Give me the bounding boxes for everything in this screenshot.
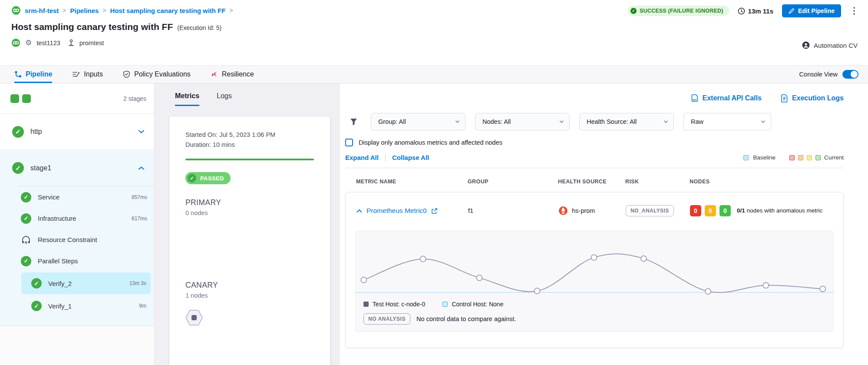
passed-badge: ✓ PASSED: [185, 172, 231, 184]
sidebar-stage-http[interactable]: ✓ http: [0, 114, 154, 150]
gear-icon: ⚙: [25, 39, 32, 46]
anomalous-only-checkbox[interactable]: [345, 139, 353, 146]
sidebar-stage-stage1[interactable]: ✓ stage1: [0, 150, 154, 186]
step-label: Infrastructure: [38, 215, 76, 222]
breadcrumb-separator: >: [229, 7, 233, 14]
nodes-filter-dropdown[interactable]: Nodes: All: [475, 113, 570, 130]
stage1-section: ✓ stage1 ✓ Service 857ms ✓ Infrastructur…: [0, 150, 154, 325]
current-legend-swatch-yellow: [807, 155, 812, 160]
tab-logs[interactable]: Logs: [217, 92, 232, 106]
anomalous-only-label: Display only anomalous metrics and affec…: [359, 139, 502, 146]
tab-inputs-label: Inputs: [84, 70, 103, 78]
external-api-calls-link[interactable]: API External API Calls: [691, 94, 762, 103]
breadcrumb-pipelines[interactable]: Pipelines: [70, 7, 99, 14]
success-check-icon: ✓: [12, 162, 24, 174]
stage-square-icon: [22, 94, 31, 103]
stage-label: stage1: [30, 164, 51, 172]
sidebar-step-verify-1[interactable]: ✓ Verify_1 9m: [21, 295, 151, 317]
execution-logs-link[interactable]: Execution Logs: [781, 94, 844, 103]
status-badge: ✓ SUCCESS (FAILURE IGNORED): [627, 6, 729, 16]
step-duration: 617ms: [132, 216, 147, 222]
chevron-down-icon[interactable]: [138, 129, 145, 134]
tab-policy-evaluations[interactable]: Policy Evaluations: [123, 66, 191, 83]
external-link-icon[interactable]: [431, 208, 438, 214]
main-tabbar: Pipeline Inputs Policy Evaluations Resil…: [0, 65, 868, 83]
execution-logs-label: Execution Logs: [792, 94, 844, 102]
risk-badge: NO_ANALYSIS: [626, 205, 674, 216]
tab-resilience-label: Resilience: [222, 70, 254, 78]
console-view-label: Console View: [799, 71, 838, 78]
group-filter-value: Group: All: [378, 118, 406, 125]
metrics-panel: API External API Calls Execution Logs Gr…: [340, 83, 868, 365]
breadcrumb-pipeline[interactable]: Host sampling canary testing with FF: [110, 7, 226, 14]
verification-summary-card: Started On: Jul 5, 2023 1:06 PM Duration…: [169, 116, 330, 365]
metric-name-link[interactable]: Prometheus Metric0: [366, 207, 427, 215]
node-count-badge-red: 0: [690, 205, 701, 216]
sidebar-step-resource-constraint[interactable]: Resource Constraint: [0, 229, 154, 250]
view-mode-dropdown[interactable]: Raw: [683, 113, 771, 130]
sidebar-step-service[interactable]: ✓ Service 857ms: [0, 186, 154, 208]
group-filter-dropdown[interactable]: Group: All: [371, 113, 465, 130]
nodes-summary-text: nodes with anomalous metric: [745, 207, 823, 214]
service-status-icon: [11, 38, 20, 47]
divider: [385, 154, 386, 161]
tab-metrics[interactable]: Metrics: [175, 92, 199, 106]
chevron-up-icon[interactable]: [138, 166, 145, 170]
current-legend-swatch-red: [789, 155, 795, 160]
check-circle-icon: ✓: [630, 8, 637, 14]
collapse-all-link[interactable]: Collapse All: [392, 154, 429, 161]
sidebar-step-infrastructure[interactable]: ✓ Infrastructure 617ms: [0, 208, 154, 229]
resilience-icon: [211, 70, 218, 78]
chevron-down-icon: [455, 120, 460, 123]
success-check-icon: ✓: [31, 278, 42, 289]
step-duration: 13m 3s: [129, 280, 146, 286]
col-group: GROUP: [468, 179, 558, 185]
success-check-icon: ✓: [21, 213, 31, 224]
primary-label: PRIMARY: [185, 198, 314, 207]
breadcrumb-separator: >: [102, 7, 106, 14]
headphones-icon: [21, 235, 31, 245]
tab-resilience[interactable]: Resilience: [211, 66, 254, 83]
console-view-toggle[interactable]: [842, 70, 858, 79]
environment-name[interactable]: promtest: [79, 40, 104, 46]
stage-label: http: [30, 128, 42, 136]
kebab-menu[interactable]: [850, 5, 858, 17]
chevron-down-icon: [663, 120, 668, 123]
breadcrumb-project[interactable]: srm-hf-test: [25, 7, 59, 14]
passed-label: PASSED: [200, 175, 224, 182]
sidebar-step-parallel-steps[interactable]: ✓ Parallel Steps: [0, 250, 154, 272]
tab-policy-evaluations-label: Policy Evaluations: [134, 70, 191, 78]
nodes-filter-value: Nodes: All: [482, 118, 511, 125]
environment-icon: [68, 39, 75, 47]
canary-node-hexagon-icon[interactable]: [185, 309, 203, 326]
test-host-legend: Test Host: c-node-0: [363, 301, 425, 308]
current-legend-swatch-green: [815, 155, 821, 160]
service-name[interactable]: test1123: [36, 40, 60, 46]
execution-sidebar: 2 stages ✓ http ✓ stage1 ✓ Service 857ms…: [0, 83, 155, 365]
tab-pipeline[interactable]: Pipeline: [14, 66, 52, 83]
edit-pipeline-button[interactable]: Edit Pipeline: [782, 4, 841, 17]
metric-chart[interactable]: [356, 235, 833, 300]
control-host-legend: Control Host: None: [442, 301, 503, 308]
triggered-by: Automation CV: [802, 41, 858, 49]
success-check-icon: ✓: [21, 256, 31, 266]
chevron-down-icon: [559, 120, 564, 123]
verification-summary-panel: Metrics Logs Started On: Jul 5, 2023 1:0…: [155, 83, 340, 365]
health-source-filter-dropdown[interactable]: Health Source: All: [579, 113, 674, 130]
col-metric-name: METRIC NAME: [356, 179, 468, 185]
tab-pipeline-label: Pipeline: [26, 70, 52, 78]
control-host-label: Control Host: None: [452, 301, 503, 308]
metric-group: f1: [468, 207, 558, 214]
check-circle-icon: ✓: [188, 174, 196, 182]
nodes-summary-count: 0/1: [737, 207, 745, 214]
sidebar-step-verify-2[interactable]: ✓ Verify_2 13m 3s: [21, 272, 151, 294]
chevron-down-icon: [761, 120, 766, 123]
filter-icon[interactable]: [350, 118, 358, 126]
execution-id: (Execution Id: 5): [177, 24, 221, 31]
tab-inputs[interactable]: Inputs: [72, 66, 103, 83]
expand-all-link[interactable]: Expand All: [345, 154, 379, 161]
collapse-metric-chevron-icon[interactable]: [356, 209, 362, 213]
control-host-swatch: [442, 302, 448, 307]
node-count-badge-green: 0: [719, 205, 731, 216]
step-label: Verify_1: [48, 302, 72, 310]
